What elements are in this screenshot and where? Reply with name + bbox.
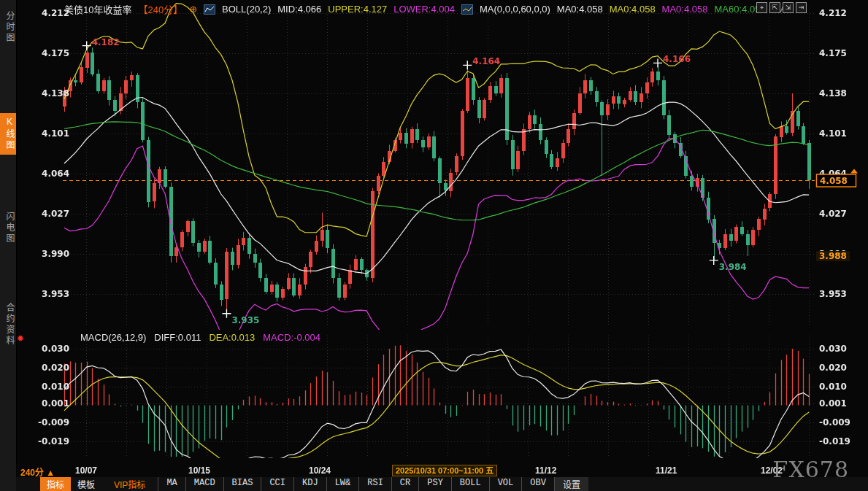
toolbar-button-BIAS[interactable]: BIAS [223, 477, 261, 491]
boll-name: BOLL(20,2) [222, 4, 271, 15]
bottom-toolbar: 指标 模板 VIP指标 MAMACDBIASCCIKDJLW&RSICRPSYB… [16, 477, 868, 491]
macd-indicator-header: MACD(26,12,9) DIFF:0.011 DEA:0.013 MACD:… [80, 332, 320, 343]
date-tick-label: 10/24 [309, 465, 331, 476]
ma0-value-magenta: MA0:4.058 [662, 4, 708, 15]
detach-window-icon[interactable]: ⇥ [796, 2, 807, 13]
toolbar-button-BOLL[interactable]: BOLL [451, 477, 489, 491]
boll-mid: MID:4.066 [277, 4, 321, 15]
sidebar-item-contract-info[interactable]: 合约资料 [0, 299, 16, 350]
macd-diff-value: DIFF:0.011 [154, 332, 201, 343]
period-selector[interactable]: 240分 ▲ [20, 465, 55, 478]
ma-name: MA(0,0,0,60,0,0) [480, 4, 550, 15]
ma-indicator-icon[interactable] [461, 4, 473, 15]
left-sidebar: 分时图 K线图 闪电图 合约资料 [0, 0, 17, 491]
toolbar-button-MA[interactable]: MA [158, 477, 185, 491]
chart-window-controls: ⌖ ⇱ ⇲ ⇥ [756, 2, 807, 13]
toolbar-button-MACD[interactable]: MACD [185, 477, 223, 491]
macd-name: MACD(26,12,9) [80, 332, 146, 343]
ma0-value-yellow: MA0:4.058 [610, 4, 656, 15]
toolbar-button-KDJ[interactable]: KDJ [293, 477, 326, 491]
ma0-value-white: MA0:4.058 [557, 4, 603, 15]
tab-indicators[interactable]: 指标 [40, 477, 71, 491]
tab-templates[interactable]: 模板 [71, 477, 101, 491]
symbol-title: 美债10年收益率 [64, 2, 131, 16]
current-session-label: 2025/10/31 07:00~11:00 五 [392, 465, 497, 476]
toolbar-button-CR[interactable]: CR [391, 477, 418, 491]
toolbar-button-CCI[interactable]: CCI [261, 477, 293, 491]
sidebar-item-kline-chart[interactable]: K线图 [0, 113, 16, 155]
date-tick-label: 11/21 [656, 465, 677, 476]
sidebar-item-flash-chart[interactable]: 闪电图 [0, 208, 16, 248]
crosshair-tool-icon[interactable]: ⌖ [756, 2, 767, 13]
toolbar-button-VOL[interactable]: VOL [489, 477, 522, 491]
macd-dea-value: DEA:0.013 [209, 332, 255, 343]
indicator-header: 美债10年收益率 【240分】 ⊕ BOLL(20,2) MID:4.066 U… [64, 2, 794, 16]
time-axis: 240分 ▲ 10/0710/1510/242025/10/31 07:00~1… [16, 465, 868, 477]
boll-indicator-icon[interactable] [204, 4, 215, 15]
date-tick-label: 11/12 [535, 465, 556, 476]
indicator-marker-icon[interactable]: ✹ [17, 333, 24, 344]
macd-chart-canvas[interactable] [16, 330, 868, 465]
scale-left-axis-icon[interactable]: ⇱ [769, 2, 780, 13]
toolbar-button-设置[interactable]: 设置 [554, 477, 588, 491]
trading-app-window: 分时图 K线图 闪电图 合约资料 美债10年收益率 【240分】 ⊕ BOLL(… [0, 0, 868, 491]
period-label: 【240分】 [138, 2, 183, 16]
toolbar-button-PSY[interactable]: PSY [418, 477, 451, 491]
main-chart-canvas[interactable] [16, 0, 868, 330]
macd-bar-value: MACD:-0.004 [263, 332, 320, 343]
fx678-watermark: FX678 [773, 457, 849, 482]
tab-vip-indicators[interactable]: VIP指标 [107, 477, 152, 491]
boll-lower: LOWER:4.004 [393, 4, 455, 15]
scale-right-axis-icon[interactable]: ⇲ [783, 2, 794, 13]
toolbar-button-LW&[interactable]: LW& [326, 477, 359, 491]
date-tick-label: 10/15 [188, 465, 210, 476]
date-tick-label: 10/07 [75, 465, 97, 476]
add-indicator-icon[interactable]: ⊕ [189, 4, 197, 15]
toolbar-button-OBV[interactable]: OBV [521, 477, 554, 491]
sidebar-item-time-chart[interactable]: 分时图 [0, 7, 16, 47]
boll-upper: UPPER:4.127 [328, 4, 387, 15]
toolbar-button-RSI[interactable]: RSI [358, 477, 391, 491]
